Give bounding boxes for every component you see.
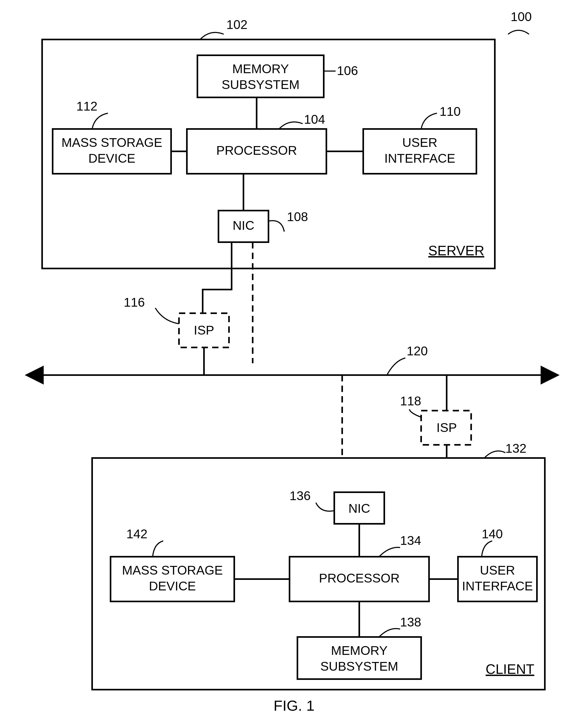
ref-142: 142 — [126, 527, 147, 541]
client-memory-l1: MEMORY — [331, 644, 387, 657]
isp1-label: ISP — [194, 323, 214, 337]
ref-104: 104 — [304, 112, 325, 126]
client-title: CLIENT — [486, 661, 534, 677]
ref-138: 138 — [400, 615, 421, 629]
client-ui-l1: USER — [480, 563, 515, 577]
ref-136: 136 — [290, 489, 311, 503]
ref-106: 106 — [337, 64, 358, 78]
figure-caption: FIG. 1 — [273, 697, 315, 714]
lead-102 — [200, 33, 224, 40]
ref-108: 108 — [287, 210, 308, 224]
lead-100 — [508, 30, 529, 34]
lead-116 — [155, 308, 179, 324]
server-ui-l2: INTERFACE — [384, 151, 455, 165]
server-storage-l2: DEVICE — [88, 151, 135, 165]
ref-102: 102 — [226, 18, 247, 31]
ref-132: 132 — [505, 441, 526, 455]
server-title: SERVER — [428, 243, 484, 258]
server-storage-l1: MASS STORAGE — [61, 135, 162, 149]
ref-116: 116 — [124, 295, 145, 309]
lead-132 — [484, 451, 505, 458]
ref-118: 118 — [400, 394, 421, 408]
client-processor-label: PROCESSOR — [319, 571, 400, 585]
server-memory-l1: MEMORY — [232, 62, 289, 76]
ref-110: 110 — [440, 105, 461, 119]
server-processor-label: PROCESSOR — [216, 144, 297, 157]
client-storage-l2: DEVICE — [149, 579, 196, 593]
ref-120: 120 — [407, 344, 428, 358]
lead-120 — [387, 358, 405, 375]
ref-134: 134 — [400, 533, 421, 548]
ref-112: 112 — [76, 99, 98, 113]
ref-140: 140 — [482, 527, 503, 541]
ref-100: 100 — [511, 10, 532, 24]
diagram-svg: 100 SERVER 102 MEMORY SUBSYSTEM 106 PROC… — [0, 0, 588, 717]
isp2-label: ISP — [436, 421, 457, 435]
server-nic-label: NIC — [233, 218, 254, 232]
server-ui-l1: USER — [402, 135, 437, 149]
client-storage-l1: MASS STORAGE — [122, 563, 223, 577]
client-memory-l2: SUBSYSTEM — [320, 659, 398, 673]
lead-118 — [409, 409, 421, 417]
server-memory-l2: SUBSYSTEM — [222, 78, 299, 91]
client-nic-label: NIC — [349, 502, 370, 515]
client-ui-l2: INTERFACE — [462, 579, 533, 593]
